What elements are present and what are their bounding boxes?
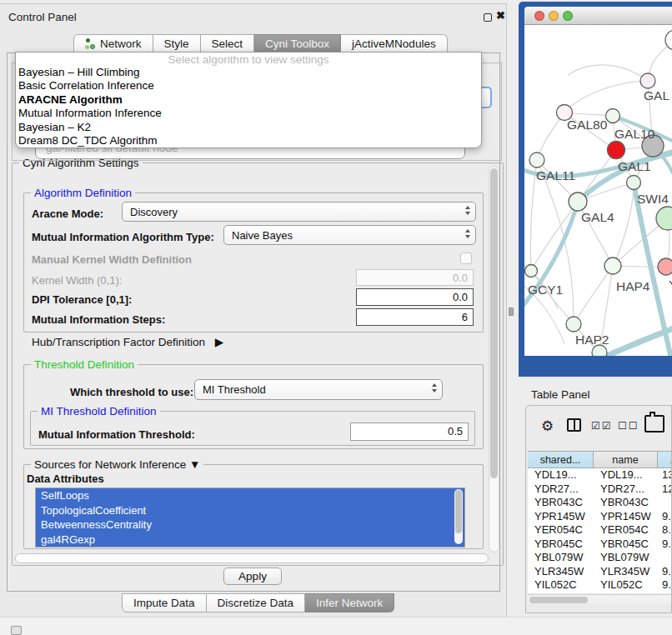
kernel-width-field[interactable]: 0.0 [356, 269, 474, 286]
algorithm-option-dream8-dc-tdc-algorithm[interactable]: Dream8 DC_TDC Algorithm [16, 134, 481, 148]
algorithm-dropdown-popup: Select algorithm to view settings Bayesi… [15, 52, 482, 148]
table-row[interactable]: YLR345WYLR345W9. [528, 565, 672, 579]
panel-corner-icon[interactable] [11, 626, 22, 635]
attributes-scrollbar[interactable] [454, 489, 463, 544]
attribute-item-selfloops[interactable]: SelfLoops [36, 488, 464, 503]
network-canvas[interactable]: GALGAL80GAL10GAL1GAL11SWI4GAL4GCY1HAP4YH… [524, 25, 672, 356]
algorithm-option-bayesian-k2[interactable]: Bayesian – K2 [16, 121, 481, 134]
threshold-definition-title: Threshold Definition [31, 358, 138, 371]
manual-kernel-label: Manual Kernel Width Definition [32, 253, 192, 266]
mi-type-combo[interactable]: Naive Bayes [223, 225, 476, 245]
table-toolbar: ⚙ ☑☑ ☐☐ [526, 406, 672, 451]
tab-style[interactable]: Style [153, 34, 201, 53]
deselect-all-checkboxes-icon[interactable]: ☐☐ [618, 420, 639, 432]
which-threshold-combo[interactable]: MI Threshold [194, 379, 443, 400]
tab-select[interactable]: Select [201, 34, 255, 53]
algorithm-option-aracne-algorithm[interactable]: ARACNE Algorithm [16, 93, 481, 107]
apply-button[interactable]: Apply [223, 568, 282, 585]
mi-type-label: Mutual Information Algorithm Type: [32, 231, 214, 243]
network-edge[interactable] [564, 81, 648, 112]
node-hap2[interactable] [566, 317, 581, 332]
table-row[interactable]: YDL19...YDL19...13 [528, 468, 672, 482]
hub-definition-expander[interactable]: Hub/Transcription Factor Definition ▶ [32, 335, 223, 348]
cell-shared-name: YBL079W [528, 551, 594, 565]
attribute-item-gal4rgexp[interactable]: gal4RGexp [36, 532, 464, 548]
node-gal10[interactable] [606, 109, 620, 123]
zoom-traffic-light-icon[interactable] [563, 11, 573, 21]
column-header-name[interactable]: name [594, 452, 658, 468]
network-window-titlebar[interactable] [524, 7, 672, 25]
node-swi4[interactable] [627, 176, 641, 190]
control-panel-tabs: NetworkStyleSelectCyni ToolboxjActiveMNo… [73, 34, 448, 53]
aracne-mode-label: Aracne Mode: [32, 208, 103, 220]
cell-name: YDR27... [594, 482, 658, 497]
table-row[interactable]: YBR043CYBR043C [528, 496, 672, 510]
float-window-icon[interactable] [484, 13, 492, 22]
network-edge[interactable] [537, 160, 574, 324]
node-gal7[interactable] [640, 73, 655, 88]
column-header-a[interactable]: A [658, 452, 672, 468]
cell-name: YPR145W [594, 510, 658, 524]
node-hap4[interactable] [604, 258, 621, 274]
column-layout-icon[interactable] [567, 418, 581, 432]
cell-name: YLR345W [594, 565, 658, 579]
node-gal4[interactable] [569, 192, 587, 211]
table-row[interactable]: YPR145WYPR145W9. [528, 510, 672, 524]
network-edge[interactable] [574, 266, 613, 324]
mi-threshold-label: Mutual Information Threshold: [38, 428, 195, 441]
algorithm-option-mutual-information-inference[interactable]: Mutual Information Inference [16, 107, 481, 120]
cell-name: YIL052C [594, 578, 658, 592]
panel-divider-grip[interactable] [509, 308, 514, 316]
column-header-shared-[interactable]: shared... [528, 452, 594, 468]
select-all-checkboxes-icon[interactable]: ☑☑ [591, 420, 613, 432]
algorithm-option-bayesian-hill-climbing[interactable]: Bayesian – Hill Climbing [16, 66, 481, 79]
node-salmon[interactable] [658, 258, 672, 275]
control-panel: Control Panel ✖ NetworkStyleSelectCyni T… [0, 3, 507, 617]
mi-steps-field[interactable]: 6 [356, 308, 474, 326]
cell-shared-name: YLR345W [528, 565, 594, 579]
mi-threshold-field[interactable]: 0.5 [350, 422, 469, 441]
network-edge[interactable] [568, 65, 648, 81]
mi-steps-label: Mutual Information Steps: [32, 313, 165, 326]
table-row[interactable]: YDR27...YDR27...12 [528, 482, 672, 497]
cell-shared-name: YIL052C [528, 578, 594, 592]
tab-discretize-data[interactable]: Discretize Data [207, 593, 306, 612]
close-traffic-light-icon[interactable] [534, 11, 544, 21]
tab-cyni-toolbox[interactable]: Cyni Toolbox [254, 34, 341, 53]
table-row[interactable]: YBL079WYBL079W [528, 551, 672, 565]
cell-shared-name: YER054C [528, 523, 594, 538]
data-attributes-label: Data Attributes [27, 472, 104, 485]
settings-vertical-scrollbar[interactable] [489, 166, 499, 552]
node-gal11[interactable] [529, 152, 544, 168]
node-gcy1[interactable] [525, 265, 538, 278]
cell-value [658, 551, 672, 565]
dpi-tolerance-field[interactable]: 0.0 [356, 288, 474, 306]
tab-network[interactable]: Network [73, 34, 153, 53]
attribute-item-betweennesscentrality[interactable]: BetweennessCentrality [36, 518, 464, 532]
cell-name: YER054C [594, 523, 658, 538]
cell-shared-name: YPR145W [528, 510, 594, 524]
tab-infer-network[interactable]: Infer Network [305, 593, 394, 612]
table-row[interactable]: YER054CYER054C8. [528, 523, 672, 538]
combo-arrows-icon [465, 206, 470, 215]
tab-impute-data[interactable]: Impute Data [122, 593, 207, 612]
dropdown-placeholder: Select algorithm to view settings [16, 52, 481, 66]
table-row[interactable]: YBR045CYBR045C9. [528, 538, 672, 552]
table-horizontal-scrollbar[interactable] [528, 594, 671, 603]
settings-horizontal-scrollbar[interactable] [15, 553, 489, 563]
node-red[interactable] [608, 142, 625, 159]
network-edge[interactable] [613, 182, 634, 266]
new-table-icon[interactable] [644, 415, 664, 432]
aracne-mode-combo[interactable]: Discovery [122, 202, 476, 222]
minimize-traffic-light-icon[interactable] [549, 11, 559, 21]
gear-icon[interactable]: ⚙ [541, 418, 554, 435]
table-row[interactable]: YIL052CYIL052C9. [528, 578, 672, 592]
manual-kernel-checkbox[interactable] [460, 252, 472, 264]
node-label-gal4: GAL4 [581, 210, 614, 224]
tab-jactivemnodules[interactable]: jActiveMNodules [341, 34, 448, 53]
close-icon[interactable]: ✖ [496, 9, 505, 22]
sources-title[interactable]: Sources for Network Inference ▼ [31, 458, 203, 471]
algorithm-option-basic-correlation-inference[interactable]: Basic Correlation Inference [16, 79, 481, 92]
tab-label: Network [100, 38, 142, 50]
attribute-item-topologicalcoefficient[interactable]: TopologicalCoefficient [36, 503, 464, 518]
